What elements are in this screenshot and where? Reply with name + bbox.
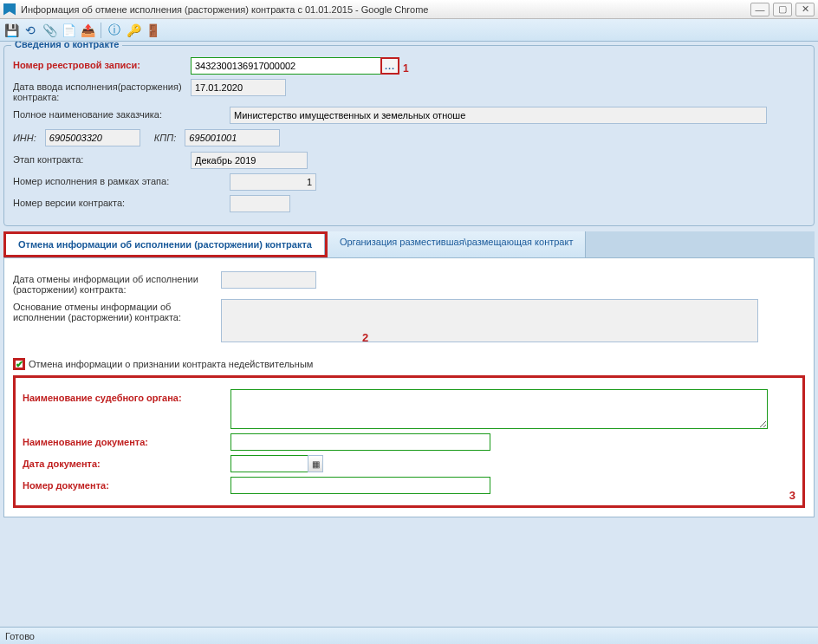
label-cancel-basis: Основание отмены информации об исполнени… (13, 299, 221, 322)
inn-input[interactable] (45, 129, 140, 146)
version-input[interactable] (230, 195, 290, 212)
app-icon (3, 3, 16, 16)
tab-bar: Отмена информации об исполнении (расторж… (3, 231, 815, 258)
status-text: Готово (5, 631, 35, 641)
toolbar-sep (101, 23, 101, 38)
label-cancel-date: Дата отмены информации об исполнении (ра… (13, 271, 221, 295)
tab-cancel-info[interactable]: Отмена информации об исполнении (расторж… (6, 234, 325, 255)
tab-highlight-frame: Отмена информации об исполнении (расторж… (3, 231, 328, 257)
export-doc-icon[interactable]: 📤 (80, 23, 95, 38)
label-stage: Этап контракта: (13, 152, 191, 165)
label-registry-no: Номер реестровой записи: (13, 57, 191, 70)
titlebar: Информация об отмене исполнения (расторж… (0, 0, 818, 19)
label-doc-name: Наименование документа: (23, 433, 230, 447)
window-controls: — ▢ ✕ (750, 3, 815, 16)
kpp-input[interactable] (185, 129, 280, 146)
doc-date-input[interactable] (230, 455, 308, 472)
cancel-date-input[interactable] (221, 271, 316, 289)
doc-name-input[interactable] (230, 433, 490, 451)
label-version: Номер версии контракта: (13, 195, 191, 208)
label-cancel-invalidation: Отмена информации о признании контракта … (29, 359, 313, 369)
stage-input[interactable] (191, 152, 308, 169)
label-doc-no: Номер документа: (23, 477, 230, 491)
tabs-container: Отмена информации об исполнении (расторж… (3, 231, 815, 517)
maximize-button[interactable]: ▢ (773, 3, 792, 16)
label-inn: ИНН: (13, 133, 40, 143)
doc-no-input[interactable] (230, 477, 490, 494)
contract-legend: Сведения о контракте (11, 42, 122, 49)
logout-icon[interactable]: 🚪 (145, 23, 160, 38)
label-customer-full: Полное наименование заказчика: (13, 107, 191, 120)
label-kpp: КПП: (154, 133, 179, 143)
invalidation-block: Наименование судебного органа: Наименова… (13, 375, 805, 508)
customer-full-input[interactable] (230, 107, 767, 124)
label-doc-date: Дата документа: (23, 455, 230, 469)
minimize-button[interactable]: — (750, 3, 769, 16)
annotation-2: 2 (362, 331, 368, 344)
toolbar: 💾 ⟲ 📎 📄 📤 ⓘ 🔑 🚪 (0, 19, 818, 42)
tab-panel-cancel: Дата отмены информации об исполнении (ра… (3, 258, 815, 517)
window-title: Информация об отмене исполнения (расторж… (21, 4, 750, 15)
entry-date-input[interactable] (191, 79, 286, 96)
calendar-icon[interactable]: ▦ (308, 455, 323, 472)
registry-no-input[interactable] (191, 57, 381, 75)
content-area: Сведения о контракте Номер реестровой за… (0, 42, 818, 627)
refresh-icon[interactable]: ⟲ (23, 23, 38, 38)
registry-lookup-button[interactable]: ... (380, 57, 399, 75)
exec-no-input[interactable] (230, 173, 316, 191)
tab-org-placement[interactable]: Организация разместившая\размещающая кон… (328, 231, 587, 257)
key-icon[interactable]: 🔑 (126, 23, 141, 38)
status-bar: Готово (0, 627, 818, 644)
help-icon[interactable]: ⓘ (107, 23, 122, 38)
annotation-1: 1 (403, 62, 409, 75)
label-court-name: Наименование судебного органа: (23, 389, 230, 403)
annotation-3: 3 (789, 489, 795, 502)
cancel-invalidation-checkbox[interactable]: ✔ (13, 358, 25, 370)
attach-icon[interactable]: 📎 (42, 23, 57, 38)
close-button[interactable]: ✕ (795, 3, 815, 16)
cancel-basis-textarea[interactable] (221, 299, 758, 342)
court-name-textarea[interactable] (230, 389, 768, 429)
save-icon[interactable]: 💾 (3, 23, 19, 38)
new-doc-icon[interactable]: 📄 (61, 23, 76, 38)
label-exec-no: Номер исполнения в рамках этапа: (13, 173, 191, 186)
label-entry-date: Дата ввода исполнения(расторжения) контр… (13, 79, 191, 102)
contract-info-fieldset: Сведения о контракте Номер реестровой за… (3, 45, 815, 226)
